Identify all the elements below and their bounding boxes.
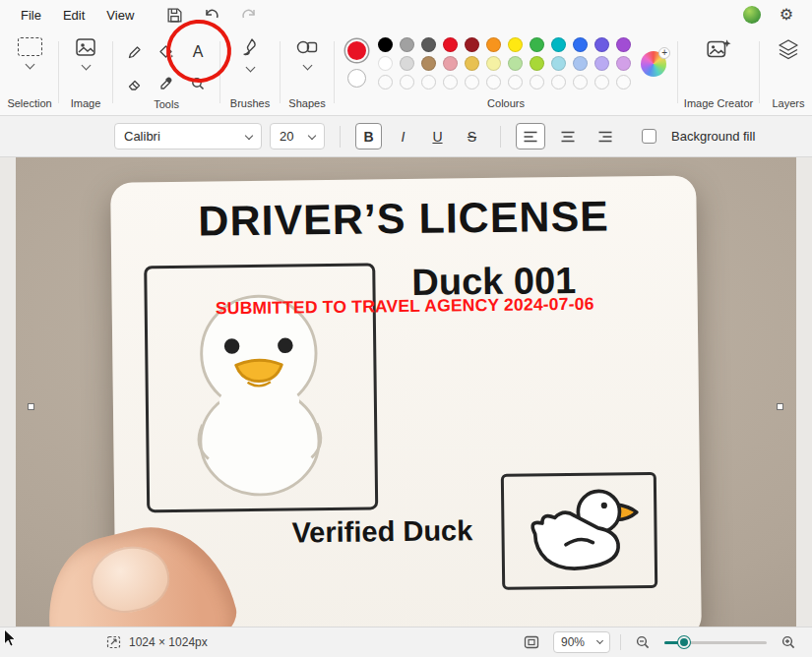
toolbar-separator [58,41,59,103]
colour-swatch[interactable] [551,56,566,71]
chevron-down-icon[interactable] [81,61,91,71]
colour-swatch[interactable] [400,37,414,52]
selection-rect-icon [18,37,42,56]
redo-icon [240,7,258,23]
colour-swatch[interactable] [378,56,393,71]
fit-to-screen-button[interactable] [520,631,543,653]
strikethrough-button[interactable]: S [459,123,485,149]
chevron-down-icon [596,636,603,643]
colour-swatch[interactable] [443,56,458,71]
colour-swatch-empty[interactable] [594,75,609,90]
colour-swatch-empty[interactable] [551,75,566,90]
colour-swatch[interactable] [421,56,436,71]
colour-swatch[interactable] [421,37,436,52]
colour-swatch-empty[interactable] [465,75,479,90]
colour-swatch[interactable] [443,37,458,52]
pencil-tool-button[interactable] [120,37,150,67]
background-fill-checkbox[interactable] [642,129,656,144]
chevron-down-icon[interactable] [302,61,312,71]
colour-swatch[interactable] [616,56,631,71]
bold-button[interactable]: B [355,123,382,149]
textbar-separator [500,126,501,148]
shapes-button[interactable] [295,37,319,57]
colour-swatch-empty[interactable] [486,75,501,90]
font-size-value: 20 [280,129,293,144]
colour-swatch[interactable] [400,56,414,71]
align-center-button[interactable] [553,123,583,149]
edit-colours-button[interactable]: + [641,51,666,77]
canvas-resize-handle-right[interactable] [777,403,783,410]
toolbar-separator [759,41,760,103]
colour-2-swatch[interactable] [347,69,366,88]
colour-swatch-empty[interactable] [378,75,393,90]
colour-swatch[interactable] [508,37,523,52]
colour-swatch[interactable] [530,37,544,52]
image-icon [75,37,96,57]
colour-swatch[interactable] [594,56,609,71]
account-avatar[interactable] [743,6,761,24]
colour-swatch[interactable] [508,56,523,71]
plus-badge-icon: + [658,47,670,59]
colour-swatch[interactable] [465,56,479,71]
colour-1-swatch[interactable] [345,39,368,62]
colour-swatch-empty[interactable] [573,75,588,90]
align-right-icon [597,130,613,144]
canvas-resize-handle-left[interactable] [28,403,34,410]
font-family-value: Calibri [124,129,160,144]
image-creator-button[interactable] [706,37,731,61]
align-center-icon [560,130,576,144]
zoom-out-button[interactable] [631,631,655,653]
colour-swatch[interactable] [573,37,588,52]
zoom-slider-knob[interactable] [678,636,690,648]
save-icon [166,7,183,24]
colour-swatch[interactable] [486,37,501,52]
colour-swatch[interactable] [465,37,479,52]
zoom-in-button[interactable] [777,631,800,653]
eraser-tool-button[interactable] [120,69,150,98]
card-footer-text: Verified Duck [291,514,472,549]
shapes-group-label: Shapes [288,97,325,111]
chevron-down-icon [245,131,253,139]
align-left-button[interactable] [516,123,545,149]
mouse-cursor [3,628,18,648]
chevron-down-icon [308,131,316,139]
selection-tool-button[interactable] [18,37,42,56]
brushes-button[interactable] [240,37,260,59]
image-group: Image [64,30,107,115]
selection-group-label: Selection [7,97,51,111]
menu-view[interactable]: View [95,4,145,27]
colour-swatch[interactable] [486,56,501,71]
layers-button[interactable] [777,37,800,61]
italic-button[interactable]: I [390,123,416,149]
colour-swatch[interactable] [594,37,609,52]
colour-swatch[interactable] [573,56,588,71]
settings-gear-icon[interactable]: ⚙ [775,3,798,27]
menu-file[interactable]: File [10,4,52,27]
menu-edit[interactable]: Edit [52,4,95,27]
font-family-dropdown[interactable]: Calibri [114,123,262,149]
colour-swatch-empty[interactable] [421,75,436,90]
colour-swatch[interactable] [378,37,393,52]
colour-swatch[interactable] [616,37,631,52]
underline-button[interactable]: U [424,123,451,149]
colour-swatch-empty[interactable] [616,75,631,90]
zoom-slider[interactable] [664,632,767,652]
colour-swatch-empty[interactable] [443,75,458,90]
colour-swatch-empty[interactable] [508,75,523,90]
align-right-button[interactable] [591,123,620,149]
colour-swatch-empty[interactable] [400,75,414,90]
font-size-dropdown[interactable]: 20 [270,123,325,149]
status-bar: 1024 × 1024px 90% [0,627,812,657]
colour-swatch[interactable] [530,56,544,71]
chevron-down-icon[interactable] [25,60,34,70]
colour-swatch[interactable] [551,37,566,52]
image-tool-button[interactable] [75,37,96,57]
eyedropper-icon [158,76,174,91]
align-left-icon [523,130,538,144]
redo-button[interactable] [237,3,261,27]
drawing-canvas[interactable]: DRIVER’S LICENSE Duck 001 SUBMITTED TO T… [16,157,796,627]
colour-swatch-empty[interactable] [530,75,544,90]
zoom-level-dropdown[interactable]: 90% [553,631,610,653]
tools-group-label: Tools [154,98,179,112]
chevron-down-icon[interactable] [245,63,255,73]
